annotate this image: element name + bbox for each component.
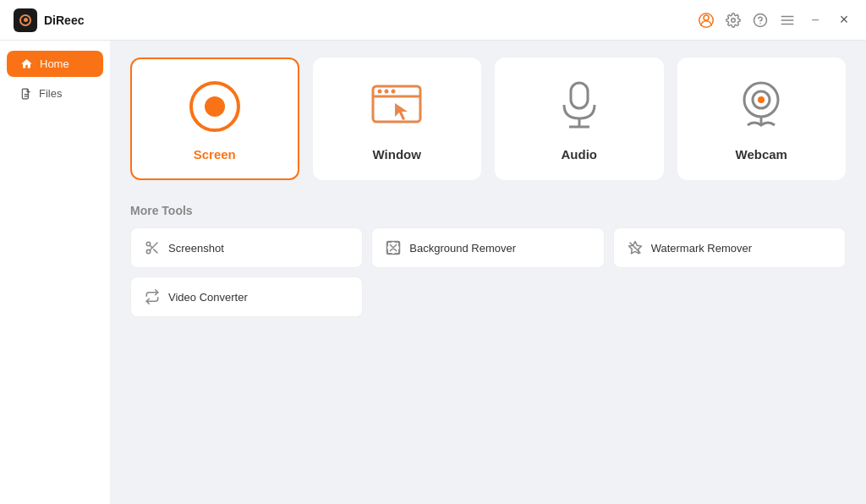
- webcam-card[interactable]: Webcam: [677, 58, 847, 180]
- svg-point-15: [378, 90, 382, 94]
- screen-card-label: Screen: [194, 147, 236, 162]
- app-name: DiReec: [44, 14, 84, 27]
- sidebar-item-home[interactable]: Home: [7, 51, 103, 77]
- svg-point-16: [385, 90, 389, 94]
- sidebar: Home Files: [0, 41, 110, 504]
- window-card-label: Window: [373, 147, 421, 162]
- minimize-button[interactable]: −: [807, 12, 824, 29]
- main-layout: Home Files: [0, 41, 866, 504]
- titlebar: DiReec: [0, 0, 866, 41]
- webcam-card-label: Webcam: [736, 147, 787, 162]
- audio-card-label: Audio: [562, 147, 598, 162]
- recording-cards-row: Screen Window: [130, 58, 846, 180]
- video-converter-icon: [145, 289, 160, 304]
- tool-screenshot[interactable]: Screenshot: [130, 227, 363, 268]
- svg-point-0: [704, 15, 709, 20]
- scissors-icon: [145, 240, 160, 255]
- titlebar-left: DiReec: [14, 8, 84, 32]
- tool-video-converter[interactable]: Video Converter: [130, 277, 363, 317]
- webcam-card-icon: [734, 79, 788, 134]
- svg-line-28: [154, 249, 157, 253]
- sidebar-files-label: Files: [39, 87, 62, 100]
- tool-screenshot-label: Screenshot: [168, 242, 224, 255]
- close-button[interactable]: ×: [836, 12, 852, 29]
- titlebar-right: − ×: [699, 12, 852, 29]
- home-icon: [20, 58, 33, 70]
- tools-grid: Screenshot Background Re: [130, 227, 846, 317]
- svg-point-23: [758, 96, 765, 103]
- svg-point-12: [205, 96, 225, 117]
- app-logo-ring: [19, 14, 31, 26]
- more-tools-title: More Tools: [130, 204, 846, 217]
- audio-card-icon: [552, 79, 606, 134]
- settings-icon[interactable]: [726, 13, 741, 28]
- profile-icon[interactable]: [699, 13, 714, 28]
- svg-point-17: [392, 90, 396, 94]
- sidebar-item-files[interactable]: Files: [7, 80, 103, 107]
- window-card[interactable]: Window: [313, 58, 482, 180]
- sidebar-home-label: Home: [40, 58, 69, 70]
- svg-point-2: [732, 18, 736, 22]
- tool-background-remover[interactable]: Background Remover: [371, 227, 604, 268]
- svg-line-29: [150, 245, 152, 248]
- tool-watermark-remover-label: Watermark Remover: [651, 242, 752, 255]
- content-area: Screen Window: [110, 41, 866, 504]
- svg-rect-18: [571, 83, 588, 108]
- menu-icon[interactable]: [780, 13, 795, 28]
- help-icon[interactable]: [753, 13, 768, 28]
- background-remover-icon: [386, 240, 401, 255]
- screen-card-icon: [188, 79, 242, 134]
- screen-card[interactable]: Screen: [130, 58, 299, 180]
- more-tools-section: More Tools Screenshot: [130, 204, 846, 317]
- app-logo: [14, 8, 37, 32]
- window-card-icon: [370, 79, 424, 134]
- app-logo-dot: [24, 18, 28, 22]
- audio-card[interactable]: Audio: [495, 58, 664, 180]
- tool-video-converter-label: Video Converter: [168, 291, 248, 304]
- watermark-remover-icon: [628, 240, 643, 255]
- file-icon: [20, 88, 32, 100]
- tool-background-remover-label: Background Remover: [409, 242, 516, 255]
- tool-watermark-remover[interactable]: Watermark Remover: [613, 227, 846, 268]
